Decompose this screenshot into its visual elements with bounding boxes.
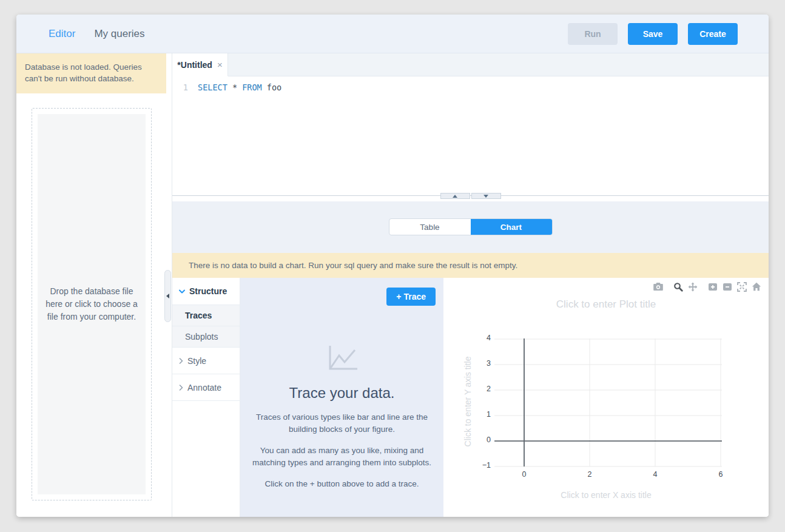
sql-editor[interactable]: 1 SELECT * FROM foo	[172, 76, 769, 193]
database-warning: Database is not loaded. Queries can't be…	[16, 53, 166, 93]
nav-editor[interactable]: Editor	[49, 28, 75, 40]
pan-icon[interactable]	[686, 281, 699, 292]
chevron-down-icon	[179, 289, 185, 294]
main-nav: Editor My queries	[49, 28, 145, 40]
triangle-down-icon	[483, 195, 488, 198]
app-window: Editor My queries Run Save Create Databa…	[16, 15, 769, 517]
x-tick-label: 6	[712, 470, 730, 479]
run-button[interactable]: Run	[568, 23, 618, 45]
autoscale-icon[interactable]	[735, 281, 748, 292]
nav-subplots[interactable]: Subplots	[172, 326, 240, 348]
trace-panel: + Trace Trace your data. Traces of vario…	[240, 278, 443, 517]
zoom-in-icon[interactable]	[706, 281, 719, 292]
database-dropzone[interactable]: Drop the database file here or click to …	[32, 108, 152, 500]
query-tab-title: *Untitled	[177, 60, 212, 70]
nav-style-label: Style	[187, 356, 206, 366]
trace-empty-title: Trace your data.	[240, 385, 443, 402]
no-data-warning: There is no data to build a chart. Run y…	[172, 253, 769, 278]
query-tabbar: *Untitled ×	[172, 53, 769, 76]
nav-traces-label: Traces	[185, 311, 212, 320]
splitter-buttons	[172, 193, 769, 199]
query-tab-untitled[interactable]: *Untitled ×	[172, 53, 228, 76]
chart-editor: Structure Traces Subplots Style Annota	[172, 278, 769, 517]
nav-annotate-label: Annotate	[187, 383, 221, 392]
zoom-icon[interactable]	[672, 281, 684, 292]
x-tick-label: 0	[515, 470, 533, 479]
nav-my-queries[interactable]: My queries	[94, 28, 144, 40]
sql-star: *	[232, 82, 237, 92]
y-tick-label: 0	[468, 436, 491, 444]
nav-style[interactable]: Style	[172, 348, 240, 374]
camera-icon[interactable]	[652, 281, 664, 292]
y-tick-label: 3	[468, 359, 491, 368]
horizontal-splitter[interactable]	[172, 193, 769, 201]
chevron-right-icon	[179, 385, 183, 391]
sidebar-collapse-handle[interactable]	[164, 270, 171, 322]
nav-structure[interactable]: Structure	[172, 278, 240, 305]
plot-axes[interactable]	[443, 278, 769, 516]
y-tick-label: −1	[468, 461, 491, 470]
triangle-up-icon	[453, 195, 457, 198]
sql-keyword-select: SELECT	[198, 82, 227, 92]
sql-keyword-from: FROM	[242, 82, 262, 92]
x-tick-label: 2	[581, 470, 599, 479]
sql-line: 1 SELECT * FROM foo	[172, 82, 769, 93]
tab-chart[interactable]: Chart	[471, 219, 552, 235]
create-button[interactable]: Create	[688, 23, 738, 45]
save-button[interactable]: Save	[628, 23, 678, 45]
zoom-out-icon[interactable]	[721, 281, 733, 292]
home-icon[interactable]	[750, 281, 763, 292]
x-tick-label: 4	[646, 470, 664, 479]
add-trace-button[interactable]: + Trace	[386, 288, 436, 306]
dropzone-label: Drop the database file here or click to …	[38, 114, 146, 494]
y-tick-label: 4	[468, 334, 491, 342]
sql-code: SELECT * FROM foo	[198, 82, 281, 93]
chevron-left-icon	[166, 294, 169, 298]
chart-editor-nav: Structure Traces Subplots Style Annota	[172, 278, 240, 517]
database-sidebar: Database is not loaded. Queries can't be…	[16, 53, 166, 517]
trace-empty-p3: Click on the + button above to add a tra…	[248, 478, 437, 490]
line-chart-icon	[326, 345, 359, 372]
tab-table[interactable]: Table	[389, 219, 471, 235]
y-tick-label: 2	[468, 385, 491, 393]
y-tick-label: 1	[468, 410, 491, 419]
trace-empty-p1: Traces of various types like bar and lin…	[248, 411, 437, 435]
header-actions: Run Save Create	[568, 23, 738, 45]
close-icon[interactable]: ×	[217, 59, 223, 70]
results-panel: Table Chart There is no data to build a …	[172, 201, 769, 517]
expand-up-button[interactable]	[440, 193, 470, 199]
line-number: 1	[172, 82, 188, 93]
app-header: Editor My queries Run Save Create	[16, 15, 769, 53]
nav-annotate[interactable]: Annotate	[172, 374, 240, 401]
trace-empty-state: Trace your data. Traces of various types…	[240, 278, 443, 490]
trace-empty-p2: You can add as many as you like, mixing …	[248, 445, 437, 468]
plot-modebar	[650, 281, 763, 292]
chevron-right-icon	[179, 358, 183, 364]
sql-table-name: foo	[267, 82, 281, 92]
nav-structure-label: Structure	[189, 286, 227, 296]
nav-traces[interactable]: Traces	[172, 305, 240, 326]
view-toggle: Table Chart	[389, 218, 553, 235]
main-panel: *Untitled × 1 SELECT * FROM foo Table Ch…	[172, 53, 769, 517]
plot-panel: Click to enter Plot title Click to enter…	[443, 278, 769, 517]
expand-down-button[interactable]	[471, 193, 501, 199]
nav-subplots-label: Subplots	[185, 332, 218, 342]
